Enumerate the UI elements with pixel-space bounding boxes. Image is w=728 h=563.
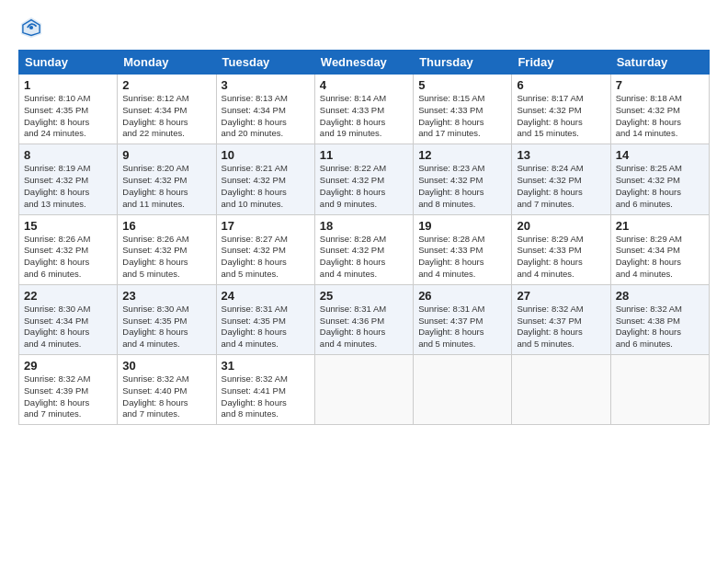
day-info: Sunrise: 8:13 AM Sunset: 4:34 PM Dayligh… — [222, 93, 310, 140]
day-number: 12 — [418, 148, 506, 162]
day-number: 17 — [222, 219, 310, 233]
day-info: Sunrise: 8:32 AM Sunset: 4:37 PM Dayligh… — [517, 304, 605, 350]
day-info: Sunrise: 8:17 AM Sunset: 4:32 PM Dayligh… — [517, 93, 605, 140]
day-number: 22 — [24, 289, 112, 303]
day-info: Sunrise: 8:14 AM Sunset: 4:33 PM Dayligh… — [320, 93, 408, 140]
table-row — [414, 355, 512, 425]
day-number: 18 — [320, 219, 408, 233]
day-number: 2 — [122, 78, 210, 92]
table-row: 10Sunrise: 8:21 AM Sunset: 4:32 PM Dayli… — [216, 144, 314, 214]
calendar-week-row: 1Sunrise: 8:10 AM Sunset: 4:35 PM Daylig… — [19, 75, 710, 144]
day-info: Sunrise: 8:31 AM Sunset: 4:37 PM Dayligh… — [418, 304, 506, 350]
table-row: 29Sunrise: 8:32 AM Sunset: 4:39 PM Dayli… — [19, 355, 118, 425]
day-info: Sunrise: 8:27 AM Sunset: 4:32 PM Dayligh… — [222, 234, 310, 281]
table-row: 20Sunrise: 8:29 AM Sunset: 4:33 PM Dayli… — [512, 214, 610, 284]
logo — [18, 15, 48, 40]
table-row: 26Sunrise: 8:31 AM Sunset: 4:37 PM Dayli… — [414, 284, 512, 354]
table-row: 15Sunrise: 8:26 AM Sunset: 4:32 PM Dayli… — [19, 214, 118, 284]
table-row: 25Sunrise: 8:31 AM Sunset: 4:36 PM Dayli… — [314, 284, 413, 354]
day-info: Sunrise: 8:32 AM Sunset: 4:39 PM Dayligh… — [24, 373, 112, 420]
col-thursday: Thursday — [414, 51, 512, 75]
table-row: 6Sunrise: 8:17 AM Sunset: 4:32 PM Daylig… — [512, 75, 610, 144]
col-wednesday: Wednesday — [314, 51, 413, 75]
table-row: 17Sunrise: 8:27 AM Sunset: 4:32 PM Dayli… — [216, 214, 314, 284]
page: Sunday Monday Tuesday Wednesday Thursday… — [0, 0, 728, 563]
table-row: 4Sunrise: 8:14 AM Sunset: 4:33 PM Daylig… — [314, 75, 413, 144]
table-row: 18Sunrise: 8:28 AM Sunset: 4:32 PM Dayli… — [314, 214, 413, 284]
col-friday: Friday — [512, 51, 610, 75]
table-row: 24Sunrise: 8:31 AM Sunset: 4:35 PM Dayli… — [216, 284, 314, 354]
day-number: 6 — [517, 78, 605, 92]
logo-icon — [18, 15, 44, 40]
day-number: 11 — [320, 148, 408, 162]
calendar-header-row: Sunday Monday Tuesday Wednesday Thursday… — [19, 51, 710, 75]
day-number: 29 — [24, 359, 112, 373]
day-number: 27 — [517, 289, 605, 303]
col-monday: Monday — [118, 51, 216, 75]
table-row: 11Sunrise: 8:22 AM Sunset: 4:32 PM Dayli… — [314, 144, 413, 214]
table-row: 1Sunrise: 8:10 AM Sunset: 4:35 PM Daylig… — [19, 75, 118, 144]
table-row: 28Sunrise: 8:32 AM Sunset: 4:38 PM Dayli… — [610, 284, 709, 354]
day-number: 3 — [222, 78, 310, 92]
day-info: Sunrise: 8:30 AM Sunset: 4:35 PM Dayligh… — [122, 304, 210, 350]
day-info: Sunrise: 8:19 AM Sunset: 4:32 PM Dayligh… — [24, 163, 112, 210]
table-row: 3Sunrise: 8:13 AM Sunset: 4:34 PM Daylig… — [216, 75, 314, 144]
day-info: Sunrise: 8:29 AM Sunset: 4:33 PM Dayligh… — [517, 234, 605, 281]
table-row — [610, 355, 709, 425]
day-info: Sunrise: 8:23 AM Sunset: 4:32 PM Dayligh… — [418, 163, 506, 210]
day-info: Sunrise: 8:15 AM Sunset: 4:33 PM Dayligh… — [418, 93, 506, 140]
table-row: 2Sunrise: 8:12 AM Sunset: 4:34 PM Daylig… — [118, 75, 216, 144]
day-number: 1 — [24, 78, 112, 92]
day-number: 30 — [122, 359, 210, 373]
day-info: Sunrise: 8:18 AM Sunset: 4:32 PM Dayligh… — [616, 93, 704, 140]
day-info: Sunrise: 8:28 AM Sunset: 4:32 PM Dayligh… — [320, 234, 408, 281]
day-number: 5 — [418, 78, 506, 92]
day-info: Sunrise: 8:32 AM Sunset: 4:41 PM Dayligh… — [222, 373, 310, 420]
day-info: Sunrise: 8:31 AM Sunset: 4:35 PM Dayligh… — [222, 304, 310, 350]
day-number: 14 — [616, 148, 704, 162]
table-row — [314, 355, 413, 425]
day-number: 16 — [122, 219, 210, 233]
day-info: Sunrise: 8:28 AM Sunset: 4:33 PM Dayligh… — [418, 234, 506, 281]
table-row: 8Sunrise: 8:19 AM Sunset: 4:32 PM Daylig… — [19, 144, 118, 214]
table-row: 16Sunrise: 8:26 AM Sunset: 4:32 PM Dayli… — [118, 214, 216, 284]
day-number: 4 — [320, 78, 408, 92]
day-info: Sunrise: 8:20 AM Sunset: 4:32 PM Dayligh… — [122, 163, 210, 210]
day-info: Sunrise: 8:30 AM Sunset: 4:34 PM Dayligh… — [24, 304, 112, 350]
day-info: Sunrise: 8:10 AM Sunset: 4:35 PM Dayligh… — [24, 93, 112, 140]
calendar-week-row: 8Sunrise: 8:19 AM Sunset: 4:32 PM Daylig… — [19, 144, 710, 214]
day-info: Sunrise: 8:12 AM Sunset: 4:34 PM Dayligh… — [122, 93, 210, 140]
day-info: Sunrise: 8:22 AM Sunset: 4:32 PM Dayligh… — [320, 163, 408, 210]
table-row: 12Sunrise: 8:23 AM Sunset: 4:32 PM Dayli… — [414, 144, 512, 214]
col-tuesday: Tuesday — [216, 51, 314, 75]
day-number: 15 — [24, 219, 112, 233]
day-info: Sunrise: 8:31 AM Sunset: 4:36 PM Dayligh… — [320, 304, 408, 350]
day-info: Sunrise: 8:26 AM Sunset: 4:32 PM Dayligh… — [122, 234, 210, 281]
day-number: 28 — [616, 289, 704, 303]
day-info: Sunrise: 8:25 AM Sunset: 4:32 PM Dayligh… — [616, 163, 704, 210]
day-number: 24 — [222, 289, 310, 303]
day-number: 19 — [418, 219, 506, 233]
table-row: 19Sunrise: 8:28 AM Sunset: 4:33 PM Dayli… — [414, 214, 512, 284]
table-row: 30Sunrise: 8:32 AM Sunset: 4:40 PM Dayli… — [118, 355, 216, 425]
header — [18, 15, 710, 40]
calendar-table: Sunday Monday Tuesday Wednesday Thursday… — [18, 50, 710, 425]
day-number: 13 — [517, 148, 605, 162]
day-number: 9 — [122, 148, 210, 162]
day-number: 25 — [320, 289, 408, 303]
day-info: Sunrise: 8:32 AM Sunset: 4:40 PM Dayligh… — [122, 373, 210, 420]
day-number: 10 — [222, 148, 310, 162]
calendar-week-row: 29Sunrise: 8:32 AM Sunset: 4:39 PM Dayli… — [19, 355, 710, 425]
day-number: 20 — [517, 219, 605, 233]
table-row: 22Sunrise: 8:30 AM Sunset: 4:34 PM Dayli… — [19, 284, 118, 354]
svg-point-2 — [29, 26, 33, 29]
day-info: Sunrise: 8:21 AM Sunset: 4:32 PM Dayligh… — [222, 163, 310, 210]
table-row: 14Sunrise: 8:25 AM Sunset: 4:32 PM Dayli… — [610, 144, 709, 214]
table-row: 21Sunrise: 8:29 AM Sunset: 4:34 PM Dayli… — [610, 214, 709, 284]
col-sunday: Sunday — [19, 51, 118, 75]
calendar-week-row: 15Sunrise: 8:26 AM Sunset: 4:32 PM Dayli… — [19, 214, 710, 284]
day-number: 8 — [24, 148, 112, 162]
day-info: Sunrise: 8:26 AM Sunset: 4:32 PM Dayligh… — [24, 234, 112, 281]
table-row: 31Sunrise: 8:32 AM Sunset: 4:41 PM Dayli… — [216, 355, 314, 425]
day-info: Sunrise: 8:32 AM Sunset: 4:38 PM Dayligh… — [616, 304, 704, 350]
